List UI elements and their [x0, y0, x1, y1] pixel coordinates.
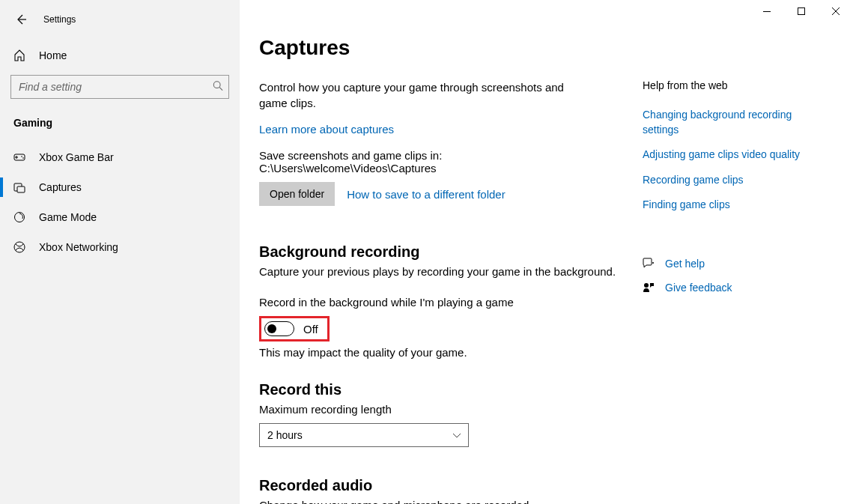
give-feedback-label: Give feedback	[665, 282, 732, 294]
sidebar-item-xbox-game-bar[interactable]: Xbox Game Bar	[0, 142, 240, 172]
help-link-bg-settings[interactable]: Changing background recording settings	[643, 108, 831, 137]
help-link-video-quality[interactable]: Adjusting game clips video quality	[643, 148, 831, 163]
captures-icon	[13, 181, 25, 193]
help-title: Help from the web	[643, 79, 831, 91]
save-path-label: Save screenshots and game clips in: C:\U…	[259, 149, 619, 174]
svg-rect-13	[17, 186, 25, 192]
search-icon	[213, 81, 223, 94]
close-button[interactable]	[819, 0, 853, 22]
svg-rect-0	[763, 11, 771, 12]
highlight-annotation: Off	[259, 316, 330, 341]
minimize-button[interactable]	[750, 0, 784, 22]
help-icon	[643, 258, 655, 270]
sidebar-item-xbox-networking[interactable]: Xbox Networking	[0, 232, 240, 262]
window-titlebar	[750, 0, 853, 22]
svg-rect-1	[798, 8, 805, 15]
nav-label: Xbox Networking	[39, 241, 118, 253]
maximize-button[interactable]	[784, 0, 819, 22]
feedback-icon	[643, 282, 655, 294]
learn-more-link[interactable]: Learn more about captures	[259, 123, 394, 136]
get-help-label: Get help	[665, 258, 705, 270]
sidebar-item-home[interactable]: Home	[0, 42, 240, 69]
open-folder-button[interactable]: Open folder	[259, 182, 335, 206]
give-feedback-action[interactable]: Give feedback	[643, 282, 831, 294]
save-different-folder-link[interactable]: How to save to a different folder	[347, 188, 506, 201]
svg-point-5	[213, 82, 220, 88]
max-length-select[interactable]: 2 hours	[259, 423, 469, 447]
select-value: 2 hours	[267, 429, 303, 441]
background-recording-heading: Background recording	[259, 243, 619, 261]
svg-point-16	[652, 262, 654, 264]
game-bar-icon	[13, 151, 25, 163]
max-length-label: Maximum recording length	[259, 403, 619, 416]
background-toggle-label: Record in the background while I'm playi…	[259, 296, 619, 309]
search-input[interactable]	[10, 75, 229, 99]
recorded-audio-desc: Change how your game and microphone are …	[259, 499, 619, 504]
nav-label: Xbox Game Bar	[39, 151, 114, 163]
page-description: Control how you capture your game throug…	[259, 79, 574, 111]
help-aside: Help from the web Changing background re…	[634, 36, 853, 504]
recorded-audio-heading: Recorded audio	[259, 477, 619, 494]
page-title: Captures	[259, 36, 619, 60]
record-this-heading: Record this	[259, 381, 619, 398]
back-button[interactable]	[13, 12, 28, 27]
main-content: Captures Control how you capture your ga…	[259, 36, 634, 504]
game-mode-icon	[13, 211, 25, 223]
nav-label: Captures	[39, 181, 82, 193]
background-recording-toggle[interactable]	[264, 321, 294, 336]
svg-point-10	[21, 156, 22, 157]
home-icon	[13, 49, 25, 61]
help-link-finding-clips[interactable]: Finding game clips	[643, 198, 831, 213]
sidebar-item-game-mode[interactable]: Game Mode	[0, 202, 240, 232]
impact-note: This may impact the quality of your game…	[259, 346, 619, 359]
svg-line-6	[219, 88, 222, 91]
toggle-state-label: Off	[303, 323, 318, 336]
svg-point-15	[14, 242, 25, 252]
home-label: Home	[39, 49, 67, 61]
sidebar-item-captures[interactable]: Captures	[0, 172, 240, 202]
sidebar: Settings Home Gaming Xbox Game Bar	[0, 0, 240, 504]
svg-rect-18	[650, 283, 654, 286]
get-help-action[interactable]: Get help	[643, 258, 831, 270]
sidebar-section-header: Gaming	[0, 114, 240, 142]
svg-point-17	[644, 283, 649, 288]
app-title: Settings	[43, 14, 76, 25]
help-link-recording-clips[interactable]: Recording game clips	[643, 173, 831, 188]
background-recording-desc: Capture your previous plays by recording…	[259, 265, 619, 278]
xbox-icon	[13, 241, 25, 253]
svg-point-11	[22, 157, 24, 159]
toggle-thumb	[267, 324, 276, 333]
nav-label: Game Mode	[39, 211, 97, 223]
